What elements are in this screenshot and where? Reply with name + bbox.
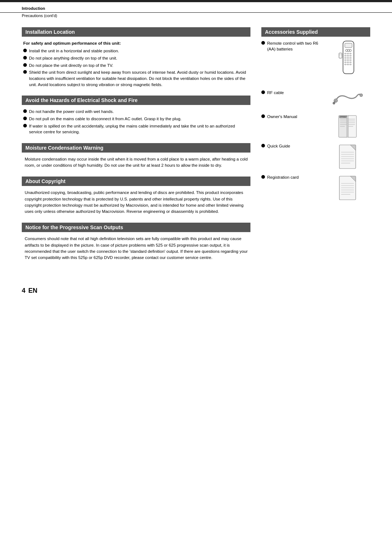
svg-rect-9 xyxy=(347,55,349,56)
bullet-dot xyxy=(23,124,27,127)
hazards-bullet-text-3: If water is spilled on the unit accident… xyxy=(29,123,249,135)
accessories-title: Accessories Supplied xyxy=(261,27,370,37)
manual-icon: Owner's Manual xyxy=(336,114,361,141)
svg-rect-15 xyxy=(347,60,349,61)
installation-bullet-3: Do not place the unit directly on top of… xyxy=(23,62,249,69)
hazards-bullet-2: Do not pull on the mains cable to discon… xyxy=(23,116,249,122)
moisture-body: Moisture condensation may occur inside t… xyxy=(22,156,250,169)
moisture-para: Moisture condensation may occur inside t… xyxy=(25,156,249,169)
svg-rect-5 xyxy=(344,53,346,54)
accessories-section: Accessories Supplied Remote control with… xyxy=(261,27,370,203)
hazards-bullet-text-2: Do not pull on the mains cable to discon… xyxy=(29,116,249,122)
svg-rect-18 xyxy=(347,62,349,63)
bullet-dot xyxy=(23,63,27,67)
remote-icon xyxy=(338,40,359,88)
svg-point-28 xyxy=(333,102,335,104)
bullet-dot xyxy=(23,49,27,52)
regcard-image xyxy=(327,174,370,203)
svg-rect-17 xyxy=(344,62,346,63)
accessory-manual-content: Owner's Manual xyxy=(261,114,327,125)
svg-rect-11 xyxy=(344,57,346,58)
svg-rect-7 xyxy=(350,53,351,54)
bullet-dot xyxy=(23,56,27,60)
svg-text:Owner's Manual: Owner's Manual xyxy=(340,116,350,118)
main-content: Installation Location For safety and opt… xyxy=(0,20,392,276)
hazards-section: Avoid the Hazards of Electrical Shock an… xyxy=(22,96,250,135)
rf-cable-icon xyxy=(332,90,365,112)
copyright-title: About Copyright xyxy=(22,177,250,186)
hazards-body: Do not handle the power cord with wet ha… xyxy=(22,109,250,135)
accessory-quickguide-row: Quick Guide xyxy=(261,143,370,172)
hazards-title: Avoid the Hazards of Electrical Shock an… xyxy=(22,96,250,105)
reg-card-icon xyxy=(336,174,361,203)
progressive-para: Consumers should note that not all high … xyxy=(25,236,249,261)
accessory-bullet xyxy=(261,175,265,179)
installation-safety-title: For safety and optimum performance of th… xyxy=(23,40,249,46)
installation-bullet-4: Shield the unit from direct sunlight and… xyxy=(23,69,249,88)
right-column: Accessories Supplied Remote control with… xyxy=(261,27,370,269)
accessory-quickguide-item: Quick Guide xyxy=(261,143,327,149)
accessory-manual-row: Owner's Manual xyxy=(261,114,370,141)
copyright-para: Unauthorized copying, broadcasting, publ… xyxy=(25,190,249,215)
svg-rect-13 xyxy=(350,57,351,58)
svg-rect-22 xyxy=(350,64,351,65)
svg-rect-8 xyxy=(344,55,346,56)
accessory-manual-item: Owner's Manual xyxy=(261,114,327,119)
copyright-section: About Copyright Unauthorized copying, br… xyxy=(22,177,250,215)
accessory-regcard-row: Registration card xyxy=(261,174,370,203)
progressive-section: Notice for the Progressive Scan Outputs … xyxy=(22,223,250,261)
accessory-bullet xyxy=(261,144,265,147)
accessory-bullet xyxy=(261,90,265,94)
moisture-section: Moisture Condensation Warning Moisture c… xyxy=(22,143,250,169)
accessory-regcard-content: Registration card xyxy=(261,174,327,186)
accessory-remote-row: Remote control with two R6 (AA) batterie… xyxy=(261,40,370,88)
accessory-quickguide-label: Quick Guide xyxy=(267,143,290,149)
svg-rect-12 xyxy=(347,57,349,58)
page-lang: EN xyxy=(28,287,37,295)
svg-rect-23 xyxy=(339,53,342,58)
manual-image: Owner's Manual xyxy=(327,114,370,141)
installation-bullet-text-2: Do not place anything directly on top of… xyxy=(29,55,249,61)
rfcable-image xyxy=(327,90,370,112)
accessory-rfcable-content: RF cable xyxy=(261,90,327,101)
quickguide-image xyxy=(327,143,370,172)
progressive-body: Consumers should note that not all high … xyxy=(22,236,250,261)
hazards-bullet-text-1: Do not handle the power cord with wet ha… xyxy=(29,109,249,115)
installation-body: For safety and optimum performance of th… xyxy=(22,40,250,88)
installation-bullet-text-4: Shield the unit from direct sunlight and… xyxy=(29,69,249,88)
svg-rect-1 xyxy=(345,43,352,48)
svg-rect-20 xyxy=(344,64,346,65)
svg-rect-6 xyxy=(347,53,349,54)
svg-point-26 xyxy=(360,94,363,97)
hazards-bullet-3: If water is spilled on the unit accident… xyxy=(23,123,249,135)
accessory-bullet xyxy=(261,114,265,118)
accessory-rfcable-row: RF cable xyxy=(261,90,370,112)
installation-bullet-2: Do not place anything directly on top of… xyxy=(23,55,249,61)
bullet-dot xyxy=(23,70,27,74)
installation-bullet-text-1: Install the unit in a horizontal and sta… xyxy=(29,48,249,54)
accessory-bullet xyxy=(261,41,265,45)
accessory-quickguide-content: Quick Guide xyxy=(261,143,327,155)
accessory-regcard-label: Registration card xyxy=(267,174,299,180)
svg-rect-16 xyxy=(350,60,351,61)
svg-rect-31 xyxy=(347,116,348,137)
installation-title: Installation Location xyxy=(22,27,250,37)
accessory-rfcable-label: RF cable xyxy=(267,90,284,96)
progressive-title: Notice for the Progressive Scan Outputs xyxy=(22,223,250,232)
accessory-manual-label: Owner's Manual xyxy=(267,114,297,119)
svg-rect-14 xyxy=(344,60,346,61)
svg-rect-21 xyxy=(347,64,349,65)
header-label: Introduction xyxy=(22,6,45,11)
page-footer: 4 EN xyxy=(0,276,392,298)
bullet-dot xyxy=(23,117,27,120)
quick-guide-icon xyxy=(336,143,361,172)
copyright-body: Unauthorized copying, broadcasting, publ… xyxy=(22,190,250,215)
accessory-rfcable-item: RF cable xyxy=(261,90,327,96)
header-section: Introduction xyxy=(0,2,392,13)
installation-bullet-text-3: Do not place the unit directly on top of… xyxy=(29,62,249,69)
svg-rect-10 xyxy=(350,55,351,56)
accessory-remote-item: Remote control with two R6 (AA) batterie… xyxy=(261,40,327,52)
bullet-dot xyxy=(23,109,27,113)
accessory-regcard-item: Registration card xyxy=(261,174,327,180)
moisture-title: Moisture Condensation Warning xyxy=(22,143,250,153)
